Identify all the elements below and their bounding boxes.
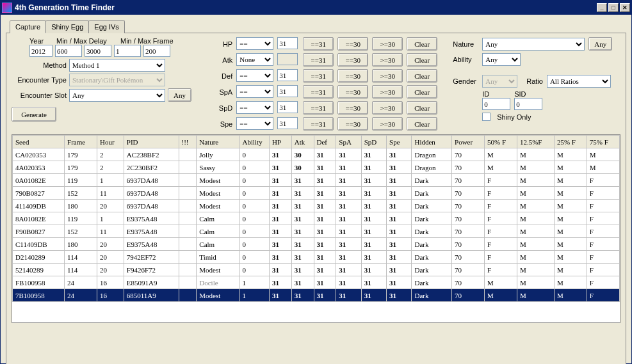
iv-val-hp[interactable] <box>277 37 298 49</box>
col-hidden[interactable]: Hidden <box>412 136 452 148</box>
cell-pid[interactable]: 6937DA48 <box>124 187 179 200</box>
iv-ge30-hp[interactable]: >=30 <box>372 37 403 51</box>
cell-f75[interactable]: M <box>587 161 619 174</box>
cell-spe[interactable]: 31 <box>387 238 412 251</box>
cell-power[interactable]: 70 <box>452 289 485 302</box>
tab-capture[interactable]: Capture <box>10 20 46 33</box>
cell-def[interactable]: 31 <box>314 276 336 289</box>
shiny-only-checkbox[interactable] <box>482 113 490 121</box>
cell-power[interactable]: 70 <box>452 212 485 225</box>
cell-hour[interactable]: 20 <box>97 264 124 276</box>
cell-def[interactable]: 31 <box>314 289 336 302</box>
cell-hp[interactable]: 31 <box>270 289 292 302</box>
cell-f25[interactable]: M <box>554 225 587 238</box>
cell-ex[interactable] <box>179 161 197 174</box>
cell-ex[interactable] <box>179 251 197 264</box>
cell-spe[interactable]: 31 <box>387 276 412 289</box>
cell-seed[interactable]: 4A020353 <box>13 161 65 174</box>
table-row[interactable]: D2140289114207942EF72Timid0313131313131D… <box>13 251 620 264</box>
cell-spa[interactable]: 31 <box>336 212 361 225</box>
cell-spa[interactable]: 31 <box>336 264 361 276</box>
iv-val-def[interactable] <box>277 69 298 81</box>
cell-ex[interactable] <box>179 276 197 289</box>
nature-any-button[interactable]: Any <box>588 37 612 51</box>
cell-f50[interactable]: M <box>484 289 517 302</box>
cell-frame[interactable]: 180 <box>65 238 97 251</box>
cell-ability[interactable]: 0 <box>239 174 270 187</box>
cell-ex[interactable] <box>179 187 197 200</box>
cell-frame[interactable]: 179 <box>65 161 97 174</box>
cell-seed[interactable]: CA020353 <box>13 148 65 161</box>
results-table[interactable]: SeedFrameHourPID!!!NatureAbilityHPAtkDef… <box>12 135 620 302</box>
cell-hp[interactable]: 31 <box>270 212 292 225</box>
cell-ex[interactable] <box>179 212 197 225</box>
cell-pid[interactable]: E85091A9 <box>124 276 179 289</box>
cell-def[interactable]: 31 <box>314 238 336 251</box>
iv-clear-def[interactable]: Clear <box>407 69 437 83</box>
cell-hour[interactable]: 1 <box>97 212 124 225</box>
cell-frame[interactable]: 179 <box>65 148 97 161</box>
cell-spa[interactable]: 31 <box>336 148 361 161</box>
cell-spa[interactable]: 31 <box>336 238 361 251</box>
iv-ge30-def[interactable]: >=30 <box>372 69 403 83</box>
iv-clear-spe[interactable]: Clear <box>407 117 437 131</box>
iv-eq30-def[interactable]: ==30 <box>337 69 368 83</box>
cell-hour[interactable]: 16 <box>97 289 124 302</box>
cell-hp[interactable]: 31 <box>270 264 292 276</box>
tab-egg-ivs[interactable]: Egg IVs <box>88 20 125 33</box>
ability-select[interactable]: Any <box>482 53 521 66</box>
cell-atk[interactable]: 31 <box>291 174 314 187</box>
cell-ex[interactable] <box>179 289 197 302</box>
iv-clear-atk[interactable]: Clear <box>407 53 437 67</box>
cell-hour[interactable]: 20 <box>97 238 124 251</box>
cell-spa[interactable]: 31 <box>336 161 361 174</box>
cell-nature[interactable]: Modest <box>197 264 239 276</box>
iv-val-spe[interactable] <box>277 117 298 129</box>
cell-seed[interactable]: 52140289 <box>13 264 65 276</box>
cell-atk[interactable]: 30 <box>291 161 314 174</box>
cell-seed[interactable]: 7B100958 <box>13 289 65 302</box>
cell-spe[interactable]: 31 <box>387 187 412 200</box>
cell-power[interactable]: 70 <box>452 174 485 187</box>
table-row[interactable]: 0A01082E11916937DA48Modest0313131313131D… <box>13 174 620 187</box>
cell-atk[interactable]: 31 <box>291 276 314 289</box>
cell-frame[interactable]: 24 <box>65 289 97 302</box>
iv-val-atk[interactable] <box>277 53 298 65</box>
col--[interactable]: !!! <box>179 136 197 148</box>
cell-pid[interactable]: E9375A48 <box>124 212 179 225</box>
table-row[interactable]: 8A01082E1191E9375A48Calm0313131313131Dar… <box>13 212 620 225</box>
col-pid[interactable]: PID <box>124 136 179 148</box>
encounter-slot-select[interactable]: Any <box>69 89 165 102</box>
cell-hp[interactable]: 31 <box>270 276 292 289</box>
cell-spa[interactable]: 31 <box>336 200 361 212</box>
cell-spd[interactable]: 31 <box>361 289 386 302</box>
cell-f50[interactable]: F <box>484 238 517 251</box>
cell-f125[interactable]: M <box>517 187 554 200</box>
cell-ability[interactable]: 0 <box>239 200 270 212</box>
tab-shiny-egg[interactable]: Shiny Egg <box>45 20 89 33</box>
cell-ability[interactable]: 1 <box>239 289 270 302</box>
table-row[interactable]: CA0203531792AC238BF2Jolly0313031313131Dr… <box>13 148 620 161</box>
cell-hidden[interactable]: Dragon <box>412 161 452 174</box>
cell-def[interactable]: 31 <box>314 225 336 238</box>
cell-spe[interactable]: 31 <box>387 174 412 187</box>
col-hour[interactable]: Hour <box>97 136 124 148</box>
cell-f25[interactable]: M <box>554 200 587 212</box>
cell-seed[interactable]: 8A01082E <box>13 212 65 225</box>
iv-eq30-spd[interactable]: ==30 <box>337 101 368 115</box>
iv-clear-hp[interactable]: Clear <box>407 37 437 51</box>
cell-spd[interactable]: 31 <box>361 187 386 200</box>
table-row[interactable]: 790B0827152116937DA48Modest0313131313131… <box>13 187 620 200</box>
iv-eq30-atk[interactable]: ==30 <box>337 53 368 67</box>
cell-spd[interactable]: 31 <box>361 148 386 161</box>
cell-seed[interactable]: 790B0827 <box>13 187 65 200</box>
cell-atk[interactable]: 31 <box>291 212 314 225</box>
cell-spd[interactable]: 31 <box>361 251 386 264</box>
cell-f75[interactable]: F <box>587 276 619 289</box>
cell-f50[interactable]: F <box>484 251 517 264</box>
cell-f25[interactable]: M <box>554 289 587 302</box>
cell-pid[interactable]: E9375A48 <box>124 225 179 238</box>
maximize-button[interactable]: □ <box>608 3 619 12</box>
cell-ex[interactable] <box>179 200 197 212</box>
close-button[interactable]: ✕ <box>620 3 630 12</box>
